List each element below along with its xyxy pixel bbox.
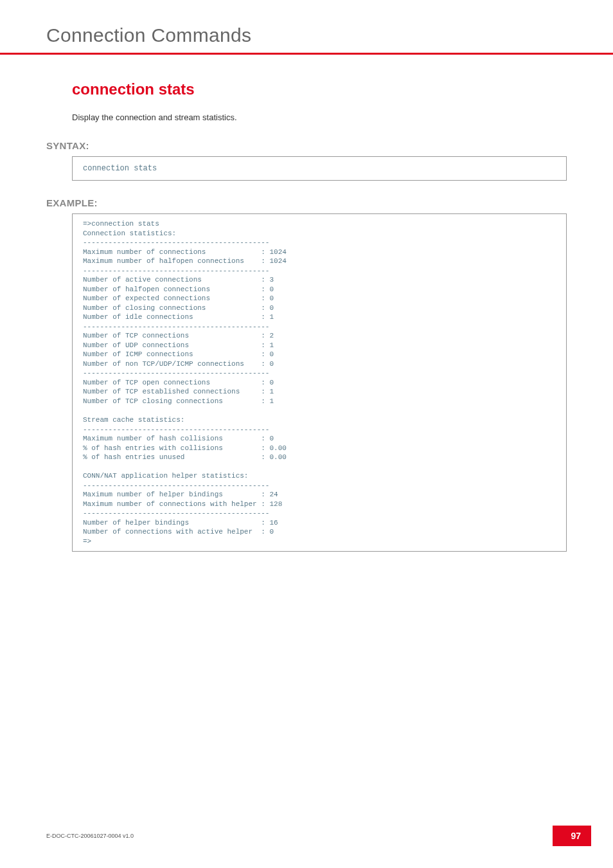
page-number: 97 xyxy=(553,826,591,846)
footer: E-DOC-CTC-20061027-0004 v1.0 97 xyxy=(46,826,591,846)
syntax-code-box: connection stats xyxy=(72,156,567,181)
section-heading: connection stats xyxy=(72,80,567,98)
header: Connection Commands xyxy=(0,0,613,46)
example-label: EXAMPLE: xyxy=(46,197,567,208)
doc-id: E-DOC-CTC-20061027-0004 v1.0 xyxy=(46,833,134,839)
description-text: Display the connection and stream statis… xyxy=(72,113,567,122)
main-content: connection stats Display the connection … xyxy=(0,55,613,552)
example-code-box: =>connection stats Connection statistics… xyxy=(72,213,567,552)
syntax-label: SYNTAX: xyxy=(46,140,567,151)
page-title: Connection Commands xyxy=(46,24,613,46)
